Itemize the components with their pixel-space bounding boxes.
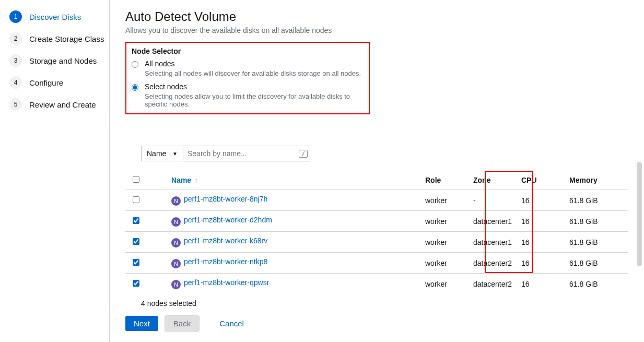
step-configure[interactable]: 4 Configure [9, 76, 109, 89]
radio-all-nodes-desc: Selecting all nodes will discover for av… [145, 69, 361, 77]
filter-input-wrap: / [183, 146, 310, 161]
cell-memory: 61.8 GiB [565, 211, 628, 232]
back-button[interactable]: Back [165, 315, 200, 332]
cell-memory: 61.8 GiB [565, 232, 628, 253]
cell-cpu: 16 [517, 232, 565, 253]
column-header-role[interactable]: Role [421, 171, 469, 190]
step-number: 2 [9, 32, 22, 45]
table-row: Nperf1-mz8bt-worker-k68rvworkerdatacente… [125, 232, 628, 253]
node-selector-header: Node Selector [132, 47, 364, 55]
node-link[interactable]: perf1-mz8bt-worker-ntkp8 [184, 257, 267, 266]
main-content: Auto Detect Volume Allows you to discove… [110, 0, 644, 342]
column-header-zone[interactable]: Zone [469, 171, 517, 190]
table-row: Nperf1-mz8bt-worker-8nj7hworker-1661.8 G… [125, 190, 628, 211]
node-badge-icon: N [171, 217, 181, 227]
cell-role: worker [421, 232, 469, 253]
column-header-cpu[interactable]: CPU [517, 171, 565, 190]
node-badge-icon: N [171, 196, 181, 206]
node-badge-icon: N [171, 238, 181, 247]
row-checkbox[interactable] [133, 280, 139, 287]
cell-cpu: 16 [517, 253, 565, 274]
filter-bar: Name ▼ / [141, 146, 628, 161]
step-create-storage-class[interactable]: 2 Create Storage Class [9, 32, 109, 45]
caret-down-icon: ▼ [172, 151, 178, 157]
step-number: 4 [9, 76, 22, 89]
cell-cpu: 16 [517, 274, 565, 294]
filter-type-label: Name [147, 149, 166, 158]
node-badge-icon: N [171, 259, 181, 268]
step-label: Configure [29, 78, 63, 87]
radio-select-nodes-row: Select nodes Selecting nodes allow you t… [132, 82, 364, 108]
row-checkbox[interactable] [133, 238, 139, 245]
row-checkbox[interactable] [133, 196, 139, 203]
cell-zone: datacenter1 [469, 232, 517, 253]
cell-zone: datacenter2 [469, 274, 517, 294]
step-discover-disks[interactable]: 1 Discover Disks [9, 10, 109, 23]
select-all-checkbox[interactable] [133, 176, 139, 183]
selected-count-text: 4 nodes selected [141, 299, 628, 308]
footer-buttons: Next Back Cancel [125, 315, 249, 332]
scrollbar[interactable] [637, 162, 642, 266]
node-link[interactable]: perf1-mz8bt-worker-8nj7h [184, 195, 267, 203]
radio-all-nodes-label: All nodes [145, 60, 361, 68]
radio-all-nodes[interactable] [132, 61, 138, 68]
step-label: Review and Create [29, 100, 96, 109]
radio-select-nodes-desc: Selecting nodes allow you to limit the d… [145, 92, 364, 108]
keyboard-shortcut-hint: / [299, 150, 308, 158]
table-row: Nperf1-mz8bt-worker-qpwsrworkerdatacente… [125, 274, 628, 294]
step-review-and-create[interactable]: 5 Review and Create [9, 98, 109, 111]
node-link[interactable]: perf1-mz8bt-worker-k68rv [184, 237, 267, 245]
wizard-sidebar: 1 Discover Disks 2 Create Storage Class … [0, 0, 110, 342]
cell-memory: 61.8 GiB [565, 274, 628, 294]
cell-memory: 61.8 GiB [565, 190, 628, 211]
step-label: Create Storage Class [29, 34, 104, 43]
cell-role: worker [421, 190, 469, 211]
nodes-table: Name↑ Role Zone CPU Memory Nperf1-mz8bt-… [125, 171, 628, 294]
table-row: Nperf1-mz8bt-worker-d2hdmworkerdatacente… [125, 211, 628, 232]
node-badge-icon: N [171, 280, 181, 289]
next-button[interactable]: Next [125, 316, 158, 331]
page-title: Auto Detect Volume [125, 9, 628, 24]
cell-cpu: 16 [517, 211, 565, 232]
sort-asc-icon: ↑ [194, 177, 197, 184]
cell-zone: - [469, 190, 517, 211]
cell-zone: datacenter2 [469, 253, 517, 274]
step-label: Storage and Nodes [29, 56, 97, 65]
cell-role: worker [421, 211, 469, 232]
row-checkbox[interactable] [133, 259, 139, 266]
filter-type-select[interactable]: Name ▼ [141, 146, 183, 161]
nodes-table-wrap: Name↑ Role Zone CPU Memory Nperf1-mz8bt-… [125, 171, 628, 294]
cell-memory: 61.8 GiB [565, 253, 628, 274]
column-header-memory[interactable]: Memory [565, 171, 628, 190]
radio-all-nodes-row: All nodes Selecting all nodes will disco… [132, 60, 364, 77]
cancel-button[interactable]: Cancel [214, 316, 249, 331]
search-input[interactable] [183, 149, 299, 158]
cell-role: worker [421, 253, 469, 274]
radio-select-nodes-label: Select nodes [145, 82, 364, 91]
step-storage-and-nodes[interactable]: 3 Storage and Nodes [9, 54, 109, 67]
step-number: 1 [9, 10, 22, 23]
step-number: 5 [9, 98, 22, 111]
step-number: 3 [9, 54, 22, 67]
node-link[interactable]: perf1-mz8bt-worker-qpwsr [184, 278, 269, 287]
step-label: Discover Disks [29, 13, 81, 21]
cell-role: worker [421, 274, 469, 294]
cell-zone: datacenter1 [469, 211, 517, 232]
page-subtitle: Allows you to discover the available dis… [125, 26, 628, 34]
radio-select-nodes[interactable] [132, 84, 138, 91]
cell-cpu: 16 [517, 190, 565, 211]
table-row: Nperf1-mz8bt-worker-ntkp8workerdatacente… [125, 253, 628, 274]
node-selector-section: Node Selector All nodes Selecting all no… [125, 42, 370, 114]
column-header-name[interactable]: Name↑ [167, 171, 421, 190]
node-link[interactable]: perf1-mz8bt-worker-d2hdm [184, 216, 272, 224]
row-checkbox[interactable] [133, 217, 139, 224]
